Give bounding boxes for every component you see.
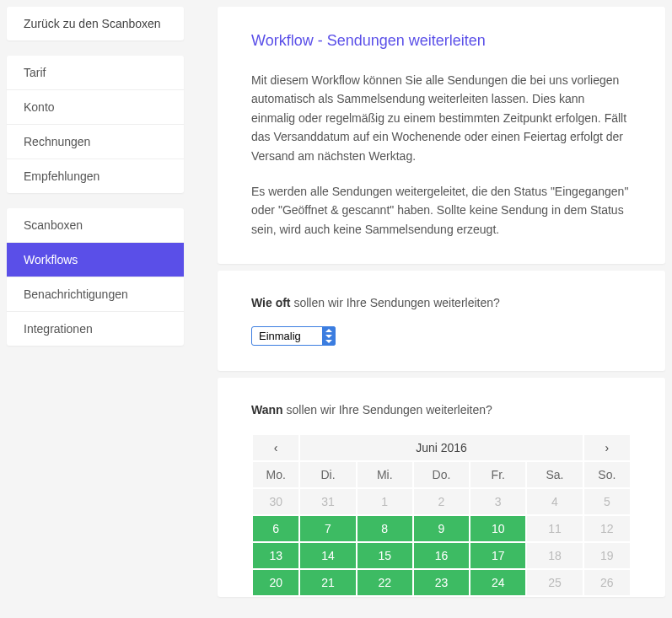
frequency-select[interactable]: Einmalig — [251, 326, 336, 346]
sidebar-item-rechnungen[interactable]: Rechnungen — [7, 125, 184, 159]
calendar-day: 3 — [470, 489, 525, 514]
main-content: Workflow - Sendungen weiterleiten Mit di… — [218, 7, 665, 611]
calendar-day: 25 — [527, 570, 582, 595]
calendar-day[interactable]: 10 — [470, 516, 525, 541]
calendar-day[interactable]: 9 — [414, 516, 469, 541]
intro-paragraph-2: Es werden alle Sendungen weitergeleitet,… — [251, 182, 632, 239]
calendar-day[interactable]: 15 — [358, 543, 412, 568]
sidebar-item-empfehlungen[interactable]: Empfehlungen — [7, 159, 184, 193]
calendar-day[interactable]: 24 — [470, 570, 525, 595]
frequency-label-strong: Wie oft — [251, 296, 291, 309]
page-title: Workflow - Sendungen weiterleiten — [251, 32, 632, 50]
calendar-dow: Sa. — [527, 462, 582, 487]
calendar-dow: Mo. — [253, 462, 298, 487]
intro-paragraph-1: Mit diesem Workflow können Sie alle Send… — [251, 71, 632, 165]
calendar-day: 1 — [358, 489, 412, 514]
calendar-day[interactable]: 7 — [300, 516, 355, 541]
calendar-title: Juni 2016 — [300, 435, 582, 460]
calendar-dow: Do. — [414, 462, 469, 487]
calendar-day: 4 — [527, 489, 582, 514]
sidebar-item-scanboxen[interactable]: Scanboxen — [7, 208, 184, 243]
calendar-day[interactable]: 16 — [414, 543, 469, 568]
sidebar-group-account: TarifKontoRechnungenEmpfehlungen — [7, 56, 184, 193]
calendar-day: 31 — [300, 489, 355, 514]
frequency-select-wrap: Einmalig — [251, 326, 336, 346]
calendar-day[interactable]: 21 — [300, 570, 355, 595]
calendar-dow: Fr. — [470, 462, 525, 487]
frequency-label-rest: sollen wir Ihre Sendungen weiterleiten? — [291, 296, 500, 309]
calendar-day: 30 — [253, 489, 298, 514]
date-label-rest: sollen wir Ihre Sendungen weiterleiten? — [283, 403, 492, 416]
calendar-day[interactable]: 6 — [253, 516, 298, 541]
calendar-day: 19 — [584, 543, 630, 568]
frequency-question: Wie oft sollen wir Ihre Sendungen weiter… — [251, 296, 632, 309]
sidebar-back-link[interactable]: Zurück zu den Scanboxen — [7, 7, 184, 40]
calendar-dow: Di. — [300, 462, 355, 487]
sidebar-group-settings: ScanboxenWorkflowsBenachrichtigungenInte… — [7, 208, 184, 346]
calendar-day: 12 — [584, 516, 630, 541]
calendar-day: 18 — [527, 543, 582, 568]
intro-panel: Workflow - Sendungen weiterleiten Mit di… — [218, 7, 665, 264]
calendar-day[interactable]: 13 — [253, 543, 298, 568]
calendar-day: 5 — [584, 489, 630, 514]
calendar-day[interactable]: 14 — [300, 543, 355, 568]
calendar-next-button[interactable]: › — [584, 435, 630, 460]
calendar-day: 11 — [527, 516, 582, 541]
calendar-day: 26 — [584, 570, 630, 595]
sidebar-item-tarif[interactable]: Tarif — [7, 56, 184, 90]
calendar-day[interactable]: 8 — [358, 516, 412, 541]
date-label-strong: Wann — [251, 403, 283, 416]
calendar-day: 2 — [414, 489, 469, 514]
frequency-panel: Wie oft sollen wir Ihre Sendungen weiter… — [218, 271, 665, 371]
date-question: Wann sollen wir Ihre Sendungen weiterlei… — [251, 403, 632, 416]
sidebar-item-integrationen[interactable]: Integrationen — [7, 312, 184, 346]
date-panel: Wann sollen wir Ihre Sendungen weiterlei… — [218, 378, 665, 597]
sidebar-item-benachrichtigungen[interactable]: Benachrichtigungen — [7, 277, 184, 312]
sidebar-item-konto[interactable]: Konto — [7, 90, 184, 125]
calendar-prev-button[interactable]: ‹ — [253, 435, 298, 460]
sidebar-item-workflows[interactable]: Workflows — [7, 243, 184, 277]
calendar-day[interactable]: 20 — [253, 570, 298, 595]
calendar: ‹ Juni 2016 › Mo.Di.Mi.Do.Fr.Sa.So. 3031… — [251, 433, 632, 597]
sidebar: Zurück zu den Scanboxen TarifKontoRechnu… — [7, 7, 184, 611]
calendar-day[interactable]: 17 — [470, 543, 525, 568]
calendar-day[interactable]: 22 — [358, 570, 412, 595]
calendar-day[interactable]: 23 — [414, 570, 469, 595]
calendar-dow: So. — [584, 462, 630, 487]
calendar-dow: Mi. — [358, 462, 412, 487]
